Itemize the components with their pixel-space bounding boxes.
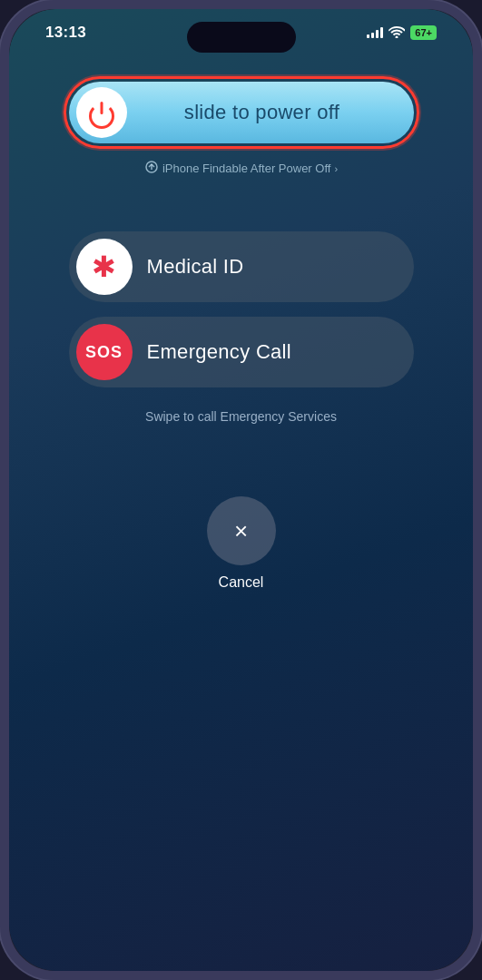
action-buttons: ✱ Medical ID SOS Emergency Call Swipe to… <box>36 231 446 424</box>
swipe-hint-text: Swipe to call Emergency Services <box>145 409 337 424</box>
sos-text: SOS <box>85 343 123 362</box>
findable-text[interactable]: iPhone Findable After Power Off › <box>144 160 338 177</box>
power-slider-wrapper: slide to power off <box>64 76 419 149</box>
status-icons: 67+ <box>367 25 437 41</box>
signal-bar-1 <box>367 34 369 38</box>
signal-bar-4 <box>380 27 383 38</box>
phone-frame: 13:13 67+ <box>0 0 482 980</box>
medical-id-button[interactable]: ✱ Medical ID <box>69 231 414 302</box>
swipe-hint: Swipe to call Emergency Services <box>145 409 337 424</box>
emergency-call-label: Emergency Call <box>147 340 291 364</box>
power-slider[interactable]: slide to power off <box>69 82 414 143</box>
close-icon: × <box>234 519 248 543</box>
dynamic-island <box>187 22 296 53</box>
medical-id-label: Medical ID <box>147 255 244 279</box>
power-slider-text[interactable]: slide to power off <box>136 101 407 124</box>
cancel-label: Cancel <box>219 574 264 591</box>
main-content: slide to power off iPhone Findable After… <box>9 58 473 618</box>
findable-chevron-icon: › <box>334 163 338 174</box>
signal-bar-3 <box>376 30 379 38</box>
findable-label: iPhone Findable After Power Off <box>162 162 330 175</box>
phone-screen: 13:13 67+ <box>9 9 473 971</box>
emergency-call-button[interactable]: SOS Emergency Call <box>69 317 414 387</box>
signal-bars-icon <box>367 27 383 38</box>
power-symbol-icon <box>89 100 114 125</box>
cancel-button[interactable]: × <box>207 496 276 565</box>
battery-icon: 67+ <box>410 25 437 40</box>
medical-id-icon: ✱ <box>76 239 133 295</box>
findable-icon <box>144 160 159 177</box>
status-time: 13:13 <box>45 24 86 42</box>
signal-bar-2 <box>371 33 374 38</box>
power-icon-circle <box>76 87 127 138</box>
sos-icon: SOS <box>76 324 133 380</box>
battery-percent: 67+ <box>415 27 432 38</box>
cancel-section: × Cancel <box>207 496 276 591</box>
wifi-icon <box>389 25 405 41</box>
medical-asterisk-icon: ✱ <box>92 252 116 281</box>
